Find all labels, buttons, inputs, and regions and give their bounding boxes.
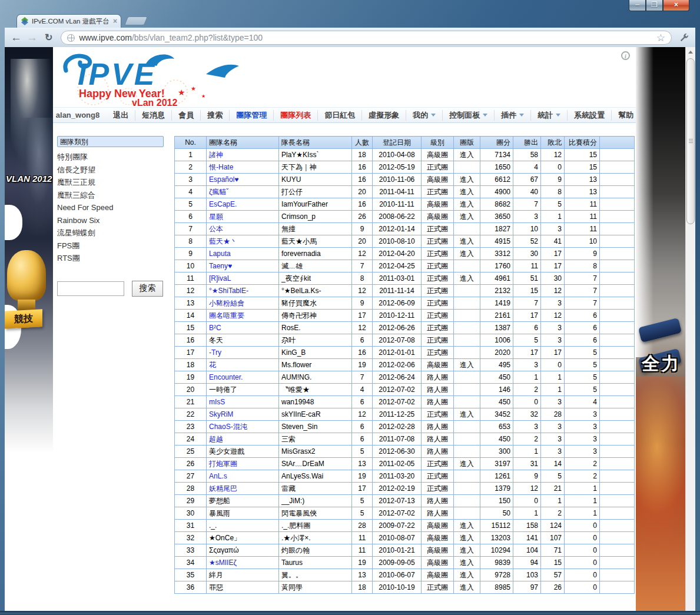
sidebar-item-信長之野望[interactable]: 信長之野望	[57, 164, 168, 177]
team-link[interactable]: ★sMIIEζ	[209, 559, 237, 567]
enter-board-link[interactable]: 進入	[460, 250, 474, 258]
match-points: 2	[565, 458, 600, 470]
team-link[interactable]: ._.	[209, 521, 217, 530]
team-link[interactable]: 花	[209, 361, 216, 369]
nav-item-團隊列表[interactable]: 團隊列表	[273, 110, 317, 121]
enter-board-link[interactable]: 進入	[460, 546, 474, 554]
team-link[interactable]: ChaoS-混沌	[209, 423, 247, 431]
team-link[interactable]: 藍天★丶	[209, 237, 237, 245]
team-link[interactable]: °★ShiTablE-	[209, 287, 248, 295]
bookmark-star-icon[interactable]: ☆	[656, 33, 665, 43]
wrench-menu-icon[interactable]	[679, 32, 689, 43]
browser-tab[interactable]: IPvE.COM vLan 遊戲平台 ×	[16, 14, 121, 28]
team-link[interactable]: AnL.s	[209, 472, 227, 480]
team-cell: 星願	[207, 211, 279, 223]
close-window-button[interactable]: ×	[663, 0, 689, 11]
nav-item-節日紅包[interactable]: 節日紅包	[317, 110, 361, 121]
team-link[interactable]: 美少女遊戲	[209, 447, 244, 456]
sidebar-item-特別團隊[interactable]: 特別團隊	[57, 151, 168, 164]
url-text[interactable]: www.ipve.com/bbs/vlan_team2.php?list&typ…	[79, 33, 652, 42]
minimize-button[interactable]: –	[629, 0, 646, 11]
team-link[interactable]: 打炮軍團	[209, 460, 237, 468]
sidebar-item-魔獸三綜合[interactable]: 魔獸三綜合	[57, 189, 168, 202]
info-icon[interactable]: i	[621, 51, 630, 60]
nav-item-我的[interactable]: 我的	[406, 110, 442, 121]
team-link[interactable]: Laputa	[209, 250, 231, 258]
nav-item-虛擬形象[interactable]: 虛擬形象	[361, 110, 406, 121]
tab-close-icon[interactable]: ×	[113, 18, 117, 24]
enter-board-link[interactable]: 進入	[460, 583, 474, 591]
new-tab-button[interactable]	[124, 16, 148, 25]
team-link[interactable]: B²C	[209, 324, 221, 332]
team-link[interactable]: 公本	[209, 225, 223, 233]
enter-board-link[interactable]: 進入	[460, 361, 474, 369]
nav-item-會員[interactable]: 會員	[171, 110, 200, 121]
team-link[interactable]: mIsS	[209, 398, 225, 406]
team-link[interactable]: [R]ivaL	[209, 274, 231, 282]
site-logo[interactable]: IPVE Happy New Year! vLan 2012 ★ ★ ★	[58, 51, 252, 107]
page-scrollbar[interactable]	[685, 47, 695, 611]
back-icon[interactable]: ←	[11, 32, 22, 44]
enter-board-link[interactable]: 進入	[460, 534, 474, 542]
team-link[interactable]: 小豬粉絲會	[209, 299, 244, 307]
search-button[interactable]: 搜索	[132, 281, 163, 297]
team-link[interactable]: ζ瘋貓ˇ	[209, 188, 228, 196]
enter-board-link[interactable]: 進入	[460, 200, 474, 208]
sidebar-item-流星蝴蝶劍[interactable]: 流星蝴蝶劍	[57, 227, 168, 240]
team-link[interactable]: SkyRiM	[209, 410, 233, 418]
enter-board-link[interactable]: 進入	[460, 521, 474, 530]
team-link[interactable]: Taeny♥	[209, 262, 232, 270]
team-link[interactable]: -Try	[209, 348, 221, 357]
nav-item-搜索[interactable]: 搜索	[200, 110, 229, 121]
scrollbar-thumb[interactable]	[686, 58, 695, 224]
enter-board-link[interactable]: 進入	[460, 460, 474, 468]
nav-item-短消息[interactable]: 短消息	[135, 110, 171, 121]
team-link[interactable]: 恨-Hate	[209, 163, 233, 171]
url-bar[interactable]: www.ipve.com/bbs/vlan_team2.php?list&typ…	[61, 31, 672, 45]
nav-item-控制面板[interactable]: 控制面板	[442, 110, 494, 121]
enter-board-link[interactable]: 進入	[460, 188, 474, 196]
enter-board-link[interactable]: 進入	[460, 175, 474, 184]
enter-board-link[interactable]: 進入	[460, 274, 474, 282]
sidebar-item-RTS團[interactable]: RTS團	[57, 252, 168, 265]
enter-board-link[interactable]: 進入	[460, 151, 474, 159]
team-link[interactable]: 超越	[209, 435, 223, 443]
nav-item-統計[interactable]: 統計	[530, 110, 567, 121]
enter-board-link[interactable]: 進入	[460, 237, 474, 245]
team-link[interactable]: 冬天	[209, 336, 223, 344]
team-link[interactable]: EsCapE.	[209, 200, 237, 208]
row-number: 13	[175, 297, 207, 310]
sidebar-item-Rainbow Six[interactable]: Rainbow Six	[57, 214, 168, 227]
team-link[interactable]: 一時倦了	[209, 385, 237, 394]
team-link[interactable]: 團名唔重要	[209, 311, 244, 320]
enter-board-link[interactable]: 進入	[460, 410, 474, 418]
reload-icon[interactable]: ↻	[45, 32, 52, 44]
team-link[interactable]: ★OnCe」	[209, 534, 241, 542]
team-link[interactable]: 妖精尾巴	[209, 484, 237, 493]
enter-board-link[interactable]: 進入	[460, 559, 474, 567]
scrollbar-up-arrow[interactable]	[686, 47, 695, 57]
nav-item-系統設置[interactable]: 系統設置	[567, 110, 611, 121]
nav-item-幫助[interactable]: 幫助	[611, 110, 636, 121]
team-link[interactable]: 星願	[209, 212, 223, 221]
nav-item-退出[interactable]: 退出	[107, 110, 135, 121]
sidebar-item-FPS團[interactable]: FPS團	[57, 240, 168, 252]
nav-item-插件[interactable]: 插件	[494, 110, 530, 121]
team-link[interactable]: Σςαγαπώ	[209, 546, 239, 554]
match-points: 0	[565, 532, 600, 544]
team-link[interactable]: 夢想船	[209, 497, 230, 505]
maximize-button[interactable]: ❐	[646, 0, 663, 11]
team-link[interactable]: 罪惡	[209, 583, 223, 591]
forward-icon[interactable]: →	[26, 32, 38, 44]
enter-board-link[interactable]: 進入	[460, 212, 474, 221]
sidebar-item-Need For Speed[interactable]: Need For Speed	[57, 201, 168, 214]
team-link[interactable]: Encounter.	[209, 373, 243, 381]
search-input[interactable]	[57, 281, 124, 296]
team-link[interactable]: 絆月	[209, 571, 223, 579]
enter-board-link[interactable]: 進入	[460, 571, 474, 579]
sidebar-item-魔獸三正規[interactable]: 魔獸三正規	[57, 176, 168, 189]
team-link[interactable]: 諸神	[209, 151, 223, 159]
team-link[interactable]: Español♥	[209, 175, 239, 184]
team-link[interactable]: 暴風雨	[209, 509, 230, 517]
nav-item-團隊管理[interactable]: 團隊管理	[229, 110, 273, 121]
